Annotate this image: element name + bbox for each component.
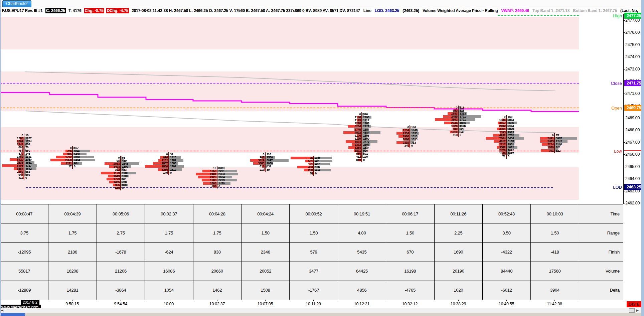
time-axis-label: 10:12:21 — [354, 302, 369, 306]
table-cell: 2346 — [241, 243, 289, 261]
price-axis-tick — [623, 32, 625, 33]
bid-volume-bar — [72, 165, 72, 168]
tab-chartbook2[interactable]: Chartbook2 — [2, 0, 31, 7]
open-dashed-line — [0, 108, 579, 108]
table-cell: -6012 — [483, 281, 530, 300]
bid-volume-value: 810 — [332, 159, 361, 162]
time-axis-tick — [217, 300, 217, 301]
bid-volume-value: 38 — [284, 172, 313, 175]
taskbar-button[interactable] — [1, 313, 25, 316]
price-axis-tick — [623, 20, 625, 21]
table-cell: 55817 — [0, 262, 48, 281]
close-marker-label: Close — [579, 81, 622, 86]
high-marker-label: High — [579, 13, 622, 18]
bid-volume-value: 412 — [332, 155, 361, 158]
bid-volume-value: 392 — [91, 168, 120, 171]
bid-volume-value: 1050 — [525, 146, 553, 149]
ask-volume-value: 0 — [315, 172, 343, 175]
ask-volume-bar — [24, 146, 25, 149]
price-axis-tick — [623, 69, 625, 69]
table-cell: -624 — [145, 243, 193, 261]
ask-volume-value: 0 — [411, 144, 440, 147]
table-cell: 5435 — [338, 243, 386, 261]
bar-countdown-badge: 143 E — [627, 301, 641, 307]
info-segment: Chg: -0.75 — [84, 8, 104, 13]
info-segment: Line — [363, 8, 372, 13]
table-cell: 16086 — [145, 262, 193, 281]
bid-volume-value: 663 — [0, 146, 23, 149]
ask-volume-value: 713 — [411, 141, 440, 144]
table-cell: -4765 — [386, 281, 434, 300]
table-cell: 1.50 — [531, 223, 579, 242]
time-axis-label: 10:02:37 — [209, 302, 225, 306]
bid-volume-value: 3361 — [477, 128, 505, 131]
info-segment: 2017-08-02 11:42:38 H: 2467.50 L: 2466.2… — [131, 8, 361, 13]
bid-volume-value: 140 — [139, 171, 168, 174]
window-border-left — [0, 0, 1, 316]
price-axis-tick — [623, 45, 625, 45]
table-cell: 1020 — [435, 281, 482, 300]
table-cell: -12889 — [0, 281, 48, 300]
table-cell: 838 — [193, 243, 241, 261]
bid-volume-bar — [264, 168, 265, 171]
info-segment: (2463.25) — [402, 8, 420, 13]
table-cell: 4.00 — [338, 223, 386, 242]
bid-volume-value: 2860 — [139, 165, 168, 168]
scroll-left-icon[interactable]: ◀ — [1, 308, 3, 312]
time-axis-label: 10:07:05 — [258, 302, 273, 306]
table-cell: -1767 — [290, 281, 337, 300]
window-border-right — [641, 0, 644, 316]
price-axis-label: 2466.00 — [625, 152, 643, 157]
time-axis-label: 10:38:29 — [451, 302, 466, 306]
ask-volume-value: 1470 — [218, 182, 247, 185]
low-marker-label: Low — [579, 149, 622, 154]
table-cell: 3.75 — [0, 223, 48, 242]
table-cell: -418 — [531, 243, 579, 261]
close-dashed-line — [0, 83, 579, 84]
stats-table: 00:08:4700:04:3900:05:0600:02:3700:04:28… — [0, 204, 623, 300]
bid-volume-value: 1066 — [380, 138, 409, 141]
bid-volume-value: 1446 — [477, 152, 505, 155]
table-cell: 64425 — [338, 262, 386, 281]
bid-volume-bar — [506, 155, 506, 158]
bid-volume-value: 816 — [236, 165, 264, 168]
table-cell: 1.50 — [386, 223, 434, 242]
table-cell: 3.50 — [483, 223, 530, 242]
table-cell: 1.75 — [48, 223, 96, 242]
ask-volume-value: 0 — [363, 159, 391, 162]
bid-volume-value: 2350 — [43, 159, 71, 162]
bid-volume-value: 1703 — [188, 179, 216, 182]
time-axis-tick — [313, 300, 314, 301]
time-axis-tick — [554, 300, 555, 301]
ask-volume-value: 190 — [363, 155, 391, 158]
ask-volume-value: 0 — [122, 187, 150, 190]
price-axis-line — [623, 14, 624, 204]
price-axis-label: 2469.00 — [625, 116, 643, 120]
time-axis-tick — [169, 300, 169, 301]
bid-volume-value: 0 — [91, 156, 120, 159]
table-cell: 00:05:06 — [97, 204, 145, 223]
bid-volume-value: 27 — [43, 165, 71, 168]
bid-volume-value: 340 — [380, 144, 409, 147]
table-cell: 2.25 — [435, 223, 482, 242]
info-segment: Bottom Band 1: 2467.75 — [572, 8, 618, 13]
scroll-right-icon[interactable]: ▶ — [636, 308, 639, 312]
table-cell: 16208 — [48, 262, 96, 281]
ask-volume-value: 890 — [122, 184, 150, 187]
table-cell: 00:04:28 — [193, 204, 241, 223]
ask-volume-bar — [24, 152, 25, 155]
chart-window: Chartbook2 F.US.EPU17 Rev. 6t #1C: 2466.… — [0, 0, 644, 316]
price-axis-label: 2467.00 — [625, 140, 643, 145]
tab-bar: Chartbook2 — [0, 0, 644, 7]
time-axis-tick — [265, 300, 266, 301]
table-cell: 1.50 — [290, 223, 337, 242]
scrollbar-thumb[interactable] — [629, 308, 635, 313]
ask-volume-bar — [121, 156, 122, 159]
table-cell: 84440 — [483, 262, 530, 281]
price-axis-tick — [623, 154, 625, 155]
price-axis-label: 2477.00 — [625, 18, 643, 23]
time-axis[interactable]: 9:50:159:54:5410:0010:02:3710:07:0510:11… — [0, 300, 623, 306]
ask-volume-value: 0 — [508, 155, 536, 158]
price-axis-label: 2475.00 — [625, 42, 643, 47]
horizontal-scrollbar[interactable] — [0, 308, 641, 313]
